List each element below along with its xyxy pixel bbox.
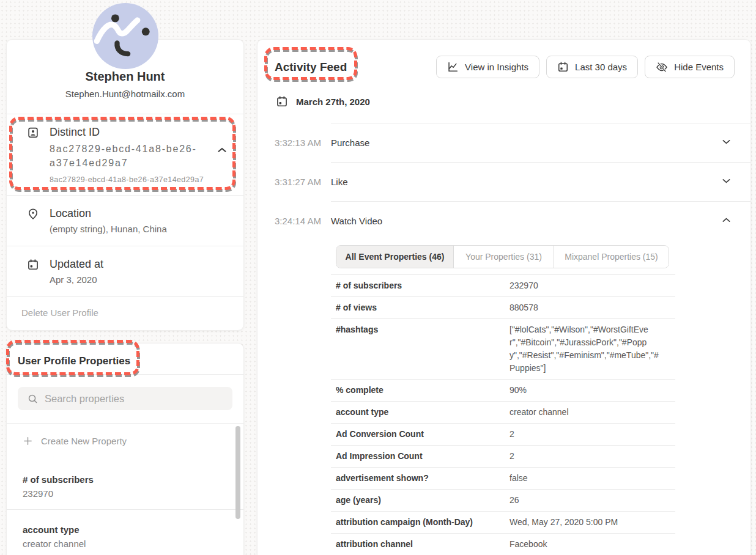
event-properties-table: # of subscribers 232970 # of views 88057… — [331, 274, 675, 555]
search-properties-input[interactable] — [18, 387, 232, 410]
property-value: 26 — [510, 494, 664, 507]
distinct-id-label: Distinct ID — [50, 125, 212, 139]
table-row: # of views 880578 — [331, 297, 675, 319]
chevron-down-icon[interactable] — [722, 178, 730, 183]
properties-list: Create New Property # of subscribers 232… — [7, 423, 243, 555]
user-profile-properties-title: User Profile Properties — [7, 344, 243, 374]
property-value: 232970 — [510, 279, 664, 292]
property-name: # of subscribers — [331, 279, 510, 292]
property-value: false — [510, 472, 664, 485]
sidebar: Stephen Hunt Stephen.Hunt@hotmailx.com D… — [6, 39, 244, 555]
event-name: Purchase — [331, 138, 369, 148]
date-range-button[interactable]: Last 30 days — [546, 56, 638, 78]
search-properties-field — [18, 387, 232, 410]
updated-at-label: Updated at — [50, 257, 103, 271]
property-value: 90% — [510, 384, 664, 397]
tab-your-properties[interactable]: Your Properties (31) — [454, 246, 554, 268]
property-name: attribution campaign (Month-Day) — [331, 516, 510, 529]
view-in-insights-button[interactable]: View in Insights — [436, 56, 539, 78]
event-detail-panel: All Event Properties (46) Your Propertie… — [331, 245, 675, 555]
table-row: Ad Impression Count 2 — [331, 446, 675, 468]
table-row: % complete 90% — [331, 380, 675, 402]
location-section: Location (empty string), Hunan, China — [7, 195, 243, 246]
property-name: account type — [23, 523, 228, 536]
divider — [7, 374, 243, 375]
mixpanel-avatar-icon — [92, 3, 158, 69]
table-row: Ad Conversion Count 2 — [331, 424, 675, 446]
activity-feed-title: Activity Feed — [275, 61, 347, 74]
event-row-watch-video[interactable]: 3:24:14 AM Watch Video — [258, 202, 750, 240]
property-name: account type — [331, 406, 510, 419]
insights-chart-icon — [447, 61, 459, 73]
activity-feed-card: Activity Feed View in Insights Last 30 d… — [257, 39, 751, 555]
property-value: 232970 — [23, 487, 228, 500]
event-time: 3:24:14 AM — [275, 216, 331, 226]
delete-user-profile-button[interactable]: Delete User Profile — [7, 296, 243, 330]
table-row: advertisement shown? false — [331, 468, 675, 490]
event-time: 3:31:27 AM — [275, 177, 331, 187]
property-list-item[interactable]: # of subscribers 232970 — [7, 460, 243, 510]
property-value: Wed, May 27, 2020 5:00 PM — [510, 516, 664, 529]
property-value: ["#lolCats","#Wilson","#WorstGiftEver","… — [510, 323, 664, 375]
property-list-item[interactable]: account type creator channel — [7, 510, 243, 555]
property-name: # of views — [331, 301, 510, 314]
plus-icon — [23, 436, 33, 446]
search-icon — [27, 393, 39, 405]
user-profile-properties-card: User Profile Properties Create New Prope… — [6, 343, 244, 555]
table-row: # of subscribers 232970 — [331, 275, 675, 297]
event-row-like[interactable]: 3:31:27 AM Like — [258, 163, 750, 201]
property-name: % complete — [331, 384, 510, 397]
distinct-id-value: 8ac27829-ebcd-41a8-be26- a37e14ed29a7 — [50, 142, 212, 170]
property-name: Ad Conversion Count — [331, 428, 510, 441]
calendar-icon — [557, 61, 569, 73]
distinct-id-section: Distinct ID 8ac27829-ebcd-41a8-be26- a37… — [7, 114, 243, 195]
create-new-property-button[interactable]: Create New Property — [7, 424, 243, 460]
chevron-down-icon[interactable] — [722, 139, 730, 144]
property-value: 880578 — [510, 301, 664, 314]
property-value: creator channel — [510, 406, 664, 419]
updated-at-content: Updated at Apr 3, 2020 — [50, 257, 103, 285]
distinct-id-collapse-button[interactable] — [218, 146, 228, 152]
tab-all-event-properties[interactable]: All Event Properties (46) — [336, 246, 454, 268]
chevron-up-icon — [218, 147, 226, 153]
feed-actions: View in Insights Last 30 days Hide Event… — [436, 56, 735, 78]
event-row-purchase[interactable]: 3:32:13 AM Purchase — [258, 123, 750, 162]
property-name: # of subscribers — [23, 473, 228, 486]
event-name: Like — [331, 177, 348, 187]
event-time: 3:32:13 AM — [275, 138, 331, 148]
properties-scrollbar-thumb[interactable] — [235, 426, 240, 519]
location-content: Location (empty string), Hunan, China — [50, 207, 167, 235]
chevron-up-icon[interactable] — [722, 218, 730, 222]
tab-mixpanel-properties[interactable]: Mixpanel Properties (15) — [554, 246, 669, 268]
table-row: attribution campaign (Month-Day) Wed, Ma… — [331, 512, 675, 534]
user-email: Stephen.Hunt@hotmailx.com — [19, 88, 231, 100]
table-row: account type creator channel — [331, 402, 675, 424]
table-row: age (years) 26 — [331, 490, 675, 512]
activity-feed-header: Activity Feed View in Insights Last 30 d… — [258, 40, 750, 78]
property-value: 2 — [510, 450, 664, 463]
property-name: age (years) — [331, 494, 510, 507]
property-name: advertisement shown? — [331, 472, 510, 485]
location-pin-icon — [27, 208, 39, 220]
updated-at-section: Updated at Apr 3, 2020 — [7, 246, 243, 296]
property-name: #hashtags — [331, 323, 510, 375]
feed-date-header: March 27th, 2020 — [276, 95, 750, 108]
calendar-icon — [27, 259, 39, 271]
user-name: Stephen Hunt — [19, 69, 231, 84]
eye-off-icon — [656, 61, 668, 73]
hide-events-button[interactable]: Hide Events — [645, 56, 735, 78]
event-name: Watch Video — [331, 216, 382, 226]
property-value: Facebook — [510, 538, 664, 551]
distinct-id-full-value: 8ac27829-ebcd-41a8-be26-a37e14ed29a7 — [50, 175, 212, 184]
calendar-icon — [276, 95, 288, 108]
distinct-id-content: Distinct ID 8ac27829-ebcd-41a8-be26- a37… — [50, 125, 212, 184]
updated-at-value: Apr 3, 2020 — [50, 274, 103, 285]
property-name: attribution channel — [331, 538, 510, 551]
property-value: 2 — [510, 428, 664, 441]
location-label: Location — [50, 207, 167, 220]
property-name: Ad Impression Count — [331, 450, 510, 463]
table-row: #hashtags ["#lolCats","#Wilson","#WorstG… — [331, 319, 675, 380]
user-avatar — [92, 3, 158, 69]
event-properties-tabs: All Event Properties (46) Your Propertie… — [336, 245, 669, 268]
user-profile-card: Stephen Hunt Stephen.Hunt@hotmailx.com D… — [6, 39, 244, 331]
